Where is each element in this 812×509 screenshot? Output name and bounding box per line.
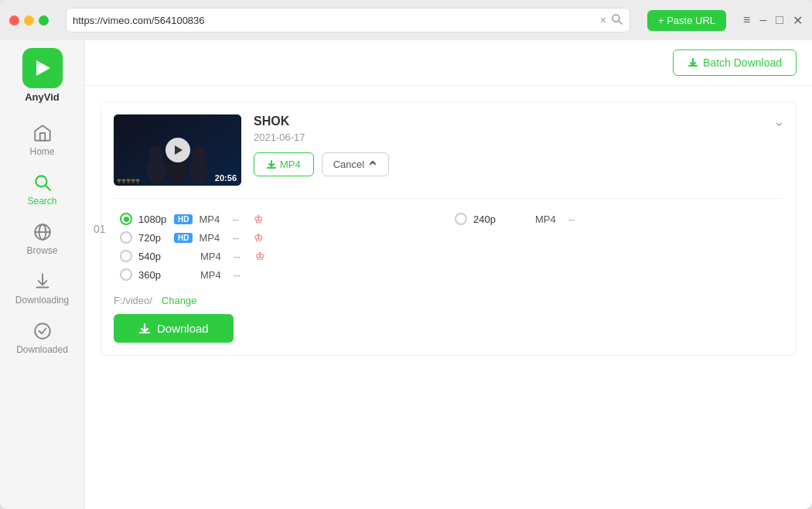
batch-download-button[interactable]: Batch Download: [673, 50, 797, 76]
quality-row-360p[interactable]: 360p MP4 --: [114, 265, 449, 284]
video-thumbnail[interactable]: 🏆🏆🏆🏆🏆 20:56: [114, 114, 241, 186]
downloading-icon: [32, 272, 53, 292]
sidebar: AnyVid Home Search: [0, 40, 85, 509]
hd-badge-1080p: HD: [174, 214, 193, 224]
download-label: Download: [157, 322, 209, 335]
sidebar-item-home[interactable]: Home: [0, 115, 84, 165]
quality-row-540p[interactable]: 540p MP4 -- ♔: [114, 247, 449, 265]
quality-label-720p: 720p: [138, 232, 168, 244]
cancel-label: Cancel: [333, 159, 364, 170]
format-1080p: MP4: [199, 214, 226, 225]
quality-label-1080p: 1080p: [138, 214, 168, 225]
download-icon: [138, 323, 151, 335]
paste-url-button[interactable]: + Paste URL: [647, 10, 726, 31]
traffic-lights: [9, 15, 49, 26]
quality-label-540p: 540p: [138, 251, 168, 262]
mp4-label: MP4: [280, 159, 301, 170]
dash-360p: --: [234, 269, 249, 281]
play-button[interactable]: [165, 138, 190, 162]
format-240p: MP4: [535, 214, 562, 225]
dash-720p: --: [232, 232, 247, 244]
quality-label-360p: 360p: [138, 269, 168, 281]
url-bar: https://vimeo.com/564100836 ×: [66, 8, 630, 32]
batch-download-icon: [687, 57, 698, 68]
radio-240p[interactable]: [455, 213, 467, 225]
card-footer: F:/video/ Change: [114, 295, 783, 306]
browse-icon: [32, 222, 53, 242]
quality-grid: 1080p HD MP4 -- ♔ 720p HD: [114, 198, 783, 284]
mp4-button[interactable]: MP4: [254, 152, 314, 176]
card-dropdown-icon[interactable]: ⌄: [773, 113, 785, 130]
radio-360p[interactable]: [120, 268, 132, 281]
radio-540p[interactable]: [120, 250, 132, 262]
format-540p: MP4: [200, 251, 227, 262]
card-top: 🏆🏆🏆🏆🏆 20:56 SHOK 2021-06-17: [114, 114, 783, 186]
svg-line-4: [45, 186, 49, 190]
url-text: https://vimeo.com/564100836: [73, 15, 600, 26]
quality-options-right: 240p MP4 --: [449, 210, 783, 284]
batch-download-label: Batch Download: [703, 56, 782, 69]
change-folder-button[interactable]: Change: [162, 295, 197, 306]
cancel-button[interactable]: Cancel: [322, 152, 389, 176]
dash-1080p: --: [232, 214, 247, 225]
quality-options-left: 1080p HD MP4 -- ♔ 720p HD: [114, 210, 449, 284]
downloaded-icon: [32, 321, 53, 341]
premium-icon-720p: ♔: [254, 231, 264, 244]
radio-720p[interactable]: [120, 231, 132, 244]
sidebar-item-label-home: Home: [29, 146, 54, 157]
minimize-icon[interactable]: –: [759, 13, 766, 27]
url-clear-icon[interactable]: ×: [600, 14, 606, 26]
download-button[interactable]: Download: [114, 314, 234, 343]
premium-icon-1080p: ♔: [254, 213, 264, 225]
quality-label-240p: 240p: [473, 214, 503, 225]
hd-badge-720p: HD: [174, 233, 193, 243]
sidebar-item-browse[interactable]: Browse: [0, 214, 84, 264]
folder-path: F:/video/: [114, 295, 152, 306]
close-traffic-light[interactable]: [9, 15, 19, 26]
window-controls: ≡ – □ ✕: [743, 13, 803, 28]
video-title: SHOK: [254, 114, 783, 128]
dash-540p: --: [234, 251, 249, 262]
video-duration: 20:56: [215, 173, 237, 183]
titlebar: https://vimeo.com/564100836 × + Paste UR…: [0, 0, 812, 40]
sidebar-item-label-search: Search: [27, 196, 56, 207]
close-icon[interactable]: ✕: [793, 13, 803, 28]
maximize-icon[interactable]: □: [776, 13, 783, 27]
quality-row-720p[interactable]: 720p HD MP4 -- ♔: [114, 228, 449, 247]
mp4-download-icon: [267, 160, 276, 169]
maximize-traffic-light[interactable]: [39, 15, 49, 26]
content-area: Batch Download 01: [85, 40, 812, 509]
thumb-inner: 🏆🏆🏆🏆🏆 20:56: [114, 114, 241, 186]
sidebar-item-label-downloaded: Downloaded: [16, 344, 68, 355]
quality-row-240p[interactable]: 240p MP4 --: [449, 210, 783, 228]
minimize-traffic-light[interactable]: [24, 15, 34, 26]
quality-row-1080p[interactable]: 1080p HD MP4 -- ♔: [114, 210, 449, 228]
search-icon: [32, 173, 53, 193]
video-info: SHOK 2021-06-17 MP4: [254, 114, 783, 176]
app-name: AnyVid: [25, 91, 60, 103]
sidebar-item-label-browse: Browse: [26, 245, 57, 256]
video-actions: MP4 Cancel: [254, 152, 783, 176]
sidebar-item-label-downloading: Downloading: [15, 295, 69, 306]
sidebar-item-search[interactable]: Search: [0, 165, 84, 214]
app-logo: [22, 48, 63, 88]
radio-1080p[interactable]: [120, 213, 132, 225]
sidebar-item-downloaded[interactable]: Downloaded: [0, 313, 84, 363]
format-720p: MP4: [199, 232, 226, 244]
sidebar-item-downloading[interactable]: Downloading: [0, 264, 84, 313]
svg-line-1: [619, 21, 622, 24]
cancel-chevron-icon: [368, 160, 377, 169]
video-date: 2021-06-17: [254, 132, 783, 143]
svg-marker-2: [36, 60, 50, 76]
dash-240p: --: [568, 214, 584, 225]
format-360p: MP4: [200, 269, 227, 281]
main-layout: AnyVid Home Search: [0, 40, 812, 509]
content-body: 01: [85, 86, 812, 509]
home-icon: [32, 123, 53, 143]
content-header: Batch Download: [85, 40, 812, 86]
menu-icon[interactable]: ≡: [743, 13, 750, 27]
svg-text:🏆🏆🏆🏆🏆: 🏆🏆🏆🏆🏆: [117, 179, 141, 184]
url-search-icon[interactable]: [611, 13, 623, 28]
svg-point-8: [35, 323, 50, 339]
card-number: 01: [94, 223, 106, 235]
